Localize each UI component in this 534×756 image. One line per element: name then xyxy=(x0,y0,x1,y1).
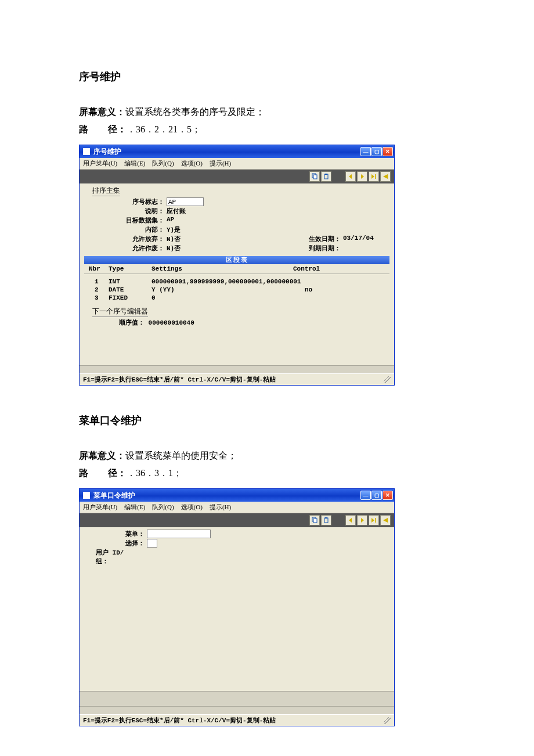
table-row[interactable]: 3 FIXED 0 xyxy=(84,294,389,302)
table-row[interactable]: 1 INT 000000001,999999999,000000001,0000… xyxy=(84,278,389,286)
nav-first-icon[interactable] xyxy=(345,515,356,525)
meaning-label-2: 屏幕意义： xyxy=(79,451,125,460)
menu-help[interactable]: 提示(H) xyxy=(210,503,231,512)
paste-icon[interactable] xyxy=(321,171,331,182)
editor-label: 下一个序号编辑器 xyxy=(92,307,148,317)
nav-prev-icon[interactable] xyxy=(357,515,367,525)
path-label-2a: 路 xyxy=(79,468,88,478)
path-label-2b: 径： xyxy=(108,468,127,478)
window-menu-password-maintenance: 菜单口令维护 — ▢ ✕ 用户菜单(U) 编辑(E) 队列(Q) 选项(O) 提… xyxy=(79,488,395,726)
meaning-text: 设置系统各类事务的序号及限定； xyxy=(125,107,265,117)
app-icon xyxy=(83,492,90,499)
menu-edit[interactable]: 编辑(E) xyxy=(124,503,145,512)
group-sort-master: 排序主集 xyxy=(92,186,120,196)
svg-rect-9 xyxy=(375,518,376,523)
menubar: 用户菜单(U) 编辑(E) 队列(Q) 选项(O) 提示(H) xyxy=(80,158,394,170)
svg-rect-7 xyxy=(324,518,328,523)
maximize-button[interactable]: ▢ xyxy=(371,147,382,156)
menu-user[interactable]: 用户菜单(U) xyxy=(83,159,117,168)
app-icon xyxy=(83,148,90,155)
svg-rect-8 xyxy=(325,517,327,519)
separator-bar xyxy=(80,365,394,373)
svg-rect-2 xyxy=(324,174,328,179)
window-title-2: 菜单口令维护 xyxy=(93,491,135,501)
nav-last-icon[interactable] xyxy=(380,171,391,182)
input-seq-flag[interactable] xyxy=(167,197,204,206)
lbl-allow-void: 允许作废： xyxy=(84,244,167,253)
svg-rect-4 xyxy=(375,174,376,179)
minimize-button[interactable]: — xyxy=(360,147,371,156)
svg-rect-6 xyxy=(313,519,317,523)
window-title: 序号维护 xyxy=(93,147,121,157)
window-sequence-maintenance: 序号维护 — ▢ ✕ 用户菜单(U) 编辑(E) 队列(Q) 选项(O) 提示(… xyxy=(79,145,395,386)
segment-header: Nbr Type Settings Control xyxy=(84,264,389,274)
table-row[interactable]: 2 DATE Y (YY) no xyxy=(84,286,389,294)
val-allow-abandon: N)否 xyxy=(167,235,213,243)
path-text: ．36．2．21．5； xyxy=(127,124,201,134)
segment-title: 区段表 xyxy=(84,256,389,264)
close-button[interactable]: ✕ xyxy=(383,491,393,500)
menu-options[interactable]: 选项(O) xyxy=(181,159,203,168)
resize-grip-icon[interactable] xyxy=(384,376,391,383)
input-menu[interactable] xyxy=(147,530,211,538)
nav-next-icon[interactable] xyxy=(369,515,379,525)
lbl-internal: 内部： xyxy=(84,225,167,234)
lbl-effective-date: 生效日期： xyxy=(297,235,343,243)
status-text: F1=提示F2=执行ESC=结束*后/前* Ctrl-X/C/V=剪切-复制-粘… xyxy=(83,375,276,384)
val-expire-date xyxy=(343,244,389,253)
separator-bar-2 xyxy=(80,691,394,706)
input-select[interactable] xyxy=(147,539,157,548)
col-control: Control xyxy=(293,265,351,272)
editor-row-label: 顺序值： xyxy=(119,319,145,326)
lbl-desc: 说明： xyxy=(84,207,167,215)
status-bar-2: F1=提示F2=执行ESC=结束*后/前* Ctrl-X/C/V=剪切-复制-粘… xyxy=(80,714,394,726)
meaning-text-2: 设置系统菜单的使用安全； xyxy=(125,451,237,460)
titlebar-2: 菜单口令维护 — ▢ ✕ xyxy=(80,489,394,502)
val-target-dataset: AP xyxy=(167,216,213,225)
minimize-button[interactable]: — xyxy=(360,491,371,500)
path-label-b: 径： xyxy=(108,124,127,134)
menubar-2: 用户菜单(U) 编辑(E) 队列(Q) 选项(O) 提示(H) xyxy=(80,502,394,513)
lbl-select: 选择： xyxy=(84,539,147,548)
lbl-expire-date: 到期日期： xyxy=(297,244,343,253)
col-settings: Settings xyxy=(151,265,293,272)
resize-grip-icon[interactable] xyxy=(384,717,391,724)
lbl-allow-abandon: 允许放弃： xyxy=(84,235,167,243)
svg-rect-3 xyxy=(325,174,327,175)
path-text-2: ．36．3．1； xyxy=(127,468,182,478)
lbl-seq-flag: 序号标志： xyxy=(84,197,167,206)
status-text-2: F1=提示F2=执行ESC=结束*后/前* Ctrl-X/C/V=剪切-复制-粘… xyxy=(83,716,276,725)
nav-first-icon[interactable] xyxy=(345,171,356,182)
section1-heading: 序号维护 xyxy=(79,70,455,84)
menu-user[interactable]: 用户菜单(U) xyxy=(83,503,117,512)
col-type: Type xyxy=(109,265,151,272)
paste-icon[interactable] xyxy=(321,515,331,525)
nav-next-icon[interactable] xyxy=(369,171,379,182)
close-button[interactable]: ✕ xyxy=(383,147,393,156)
client-area: 排序主集 序号标志： 说明： 应付账 目标数据集： AP 内部： Y)是 允许放… xyxy=(80,183,394,365)
col-nbr: Nbr xyxy=(84,265,109,272)
menu-options[interactable]: 选项(O) xyxy=(181,503,203,512)
section1-path: 路径：．36．2．21．5； xyxy=(79,122,455,137)
menu-queue[interactable]: 队列(Q) xyxy=(152,503,174,512)
svg-rect-1 xyxy=(313,175,317,179)
section2-path: 路径：．36．3．1； xyxy=(79,466,455,481)
lbl-menu: 菜单： xyxy=(84,530,147,538)
lbl-user-id-group: 用户 ID/组： xyxy=(84,548,131,566)
copy-icon[interactable] xyxy=(309,171,320,182)
val-effective-date: 03/17/04 xyxy=(343,235,389,243)
lbl-target-dataset: 目标数据集： xyxy=(84,216,167,225)
separator-bar-3 xyxy=(80,706,394,714)
toolbar-2 xyxy=(80,513,394,527)
nav-prev-icon[interactable] xyxy=(357,171,367,182)
menu-help[interactable]: 提示(H) xyxy=(210,159,231,168)
copy-icon[interactable] xyxy=(309,515,320,525)
menu-edit[interactable]: 编辑(E) xyxy=(124,159,145,168)
val-desc: 应付账 xyxy=(167,207,213,215)
maximize-button[interactable]: ▢ xyxy=(371,491,382,500)
toolbar xyxy=(80,170,394,183)
menu-queue[interactable]: 队列(Q) xyxy=(152,159,174,168)
nav-last-icon[interactable] xyxy=(380,515,391,525)
section2-meaning: 屏幕意义：设置系统菜单的使用安全； xyxy=(79,448,455,463)
status-bar: F1=提示F2=执行ESC=结束*后/前* Ctrl-X/C/V=剪切-复制-粘… xyxy=(80,373,394,385)
